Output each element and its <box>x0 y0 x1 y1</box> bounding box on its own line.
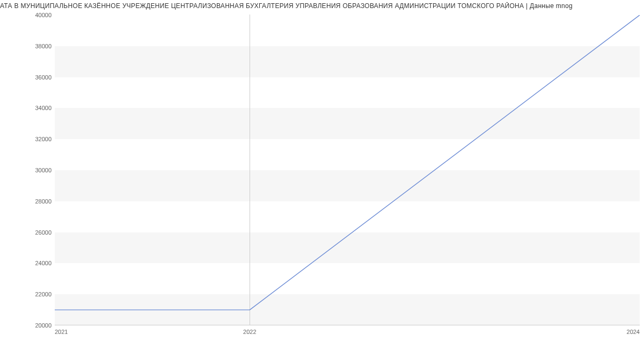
y-tick-label: 36000 <box>9 74 52 81</box>
x-tick-label: 2024 <box>627 329 640 335</box>
y-tick-label: 28000 <box>9 198 52 205</box>
y-tick-label: 24000 <box>9 260 52 266</box>
y-tick-label: 40000 <box>9 12 52 18</box>
y-tick-label: 34000 <box>9 105 52 111</box>
y-tick-label: 20000 <box>9 322 52 329</box>
x-tick-label: 2021 <box>55 329 68 335</box>
y-tick-label: 32000 <box>9 136 52 142</box>
y-tick-label: 30000 <box>9 167 52 173</box>
y-tick-label: 22000 <box>9 291 52 297</box>
chart-title: АТА В МУНИЦИПАЛЬНОЕ КАЗЁННОЕ УЧРЕЖДЕНИЕ … <box>0 2 644 10</box>
plot-area <box>55 15 640 325</box>
y-tick-label: 38000 <box>9 43 52 49</box>
data-line <box>55 15 640 325</box>
y-tick-label: 26000 <box>9 229 52 236</box>
x-tick-label: 2022 <box>243 329 256 335</box>
